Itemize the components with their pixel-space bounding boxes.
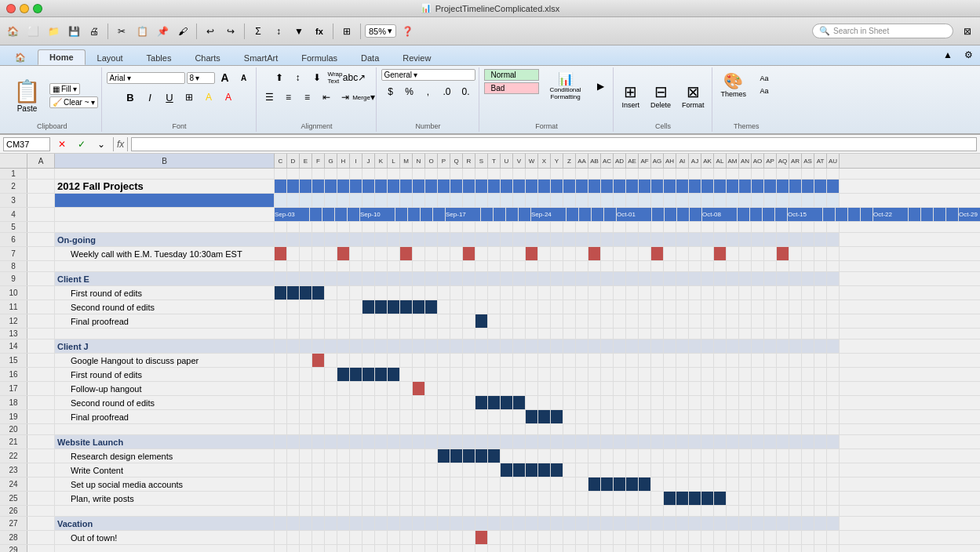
gantt-cell-AC[interactable]: [601, 396, 614, 409]
gantt-cell-R[interactable]: [463, 368, 475, 381]
gantt-cell-F[interactable]: [335, 208, 348, 221]
gantt-cell-G[interactable]: [325, 222, 337, 232]
gantt-cell-Z[interactable]: [563, 169, 576, 179]
gantt-cell-I[interactable]: [350, 180, 362, 193]
gantt-cell-R[interactable]: [463, 478, 475, 491]
gantt-cell-AD[interactable]: [614, 286, 626, 300]
gantt-cell-AU[interactable]: [827, 410, 840, 423]
gantt-cell-AQ[interactable]: [777, 247, 789, 260]
gantt-cell-AD[interactable]: [614, 531, 626, 544]
gantt-cell-J[interactable]: [362, 449, 375, 463]
gantt-cell-AG[interactable]: [651, 424, 664, 434]
gantt-cell-AB[interactable]: [588, 247, 601, 260]
gantt-cell-L[interactable]: [388, 286, 400, 300]
gantt-cell-AA[interactable]: [576, 492, 588, 505]
gantt-cell-AO[interactable]: [752, 435, 764, 448]
gantt-cell-F[interactable]: [312, 180, 325, 193]
gantt-cell-R[interactable]: [463, 506, 475, 516]
gantt-cell-V[interactable]: [513, 435, 526, 448]
align-bottom-btn[interactable]: ⬇: [308, 69, 326, 86]
gantt-cell-AE[interactable]: [626, 478, 639, 491]
gantt-cell-H[interactable]: [337, 340, 350, 353]
gantt-cell-Z[interactable]: [563, 410, 576, 423]
col-header-ai[interactable]: AI: [676, 154, 689, 168]
gantt-cell-F[interactable]: [312, 424, 325, 434]
gantt-cell-AD[interactable]: [614, 169, 626, 179]
gantt-cell-AN[interactable]: [739, 396, 752, 409]
cell-b[interactable]: Website Launch: [55, 435, 275, 448]
close-btn[interactable]: [6, 4, 16, 13]
gantt-cell-I[interactable]: [350, 194, 362, 207]
gantt-cell-AQ[interactable]: [777, 222, 789, 232]
gantt-cell-AE[interactable]: [626, 382, 639, 395]
gantt-cell-AF[interactable]: [639, 449, 651, 463]
gantt-cell-AA[interactable]: [576, 435, 588, 448]
gantt-cell-AN[interactable]: [739, 329, 752, 339]
gantt-cell-AJ[interactable]: [689, 222, 701, 232]
gantt-cell-AA[interactable]: [576, 424, 588, 434]
gantt-cell-AR[interactable]: [789, 247, 802, 260]
gantt-cell-E[interactable]: [300, 261, 312, 271]
gantt-cell-G[interactable]: [325, 368, 337, 381]
format-cells-btn[interactable]: ⊠ Format: [678, 80, 709, 111]
gantt-cell-AD[interactable]: [614, 545, 626, 552]
gantt-cell-AU[interactable]: [827, 517, 840, 530]
gantt-cell-AR[interactable]: [789, 382, 802, 395]
gantt-cell-X[interactable]: [538, 233, 551, 246]
gantt-cell-Y[interactable]: [551, 517, 563, 530]
gantt-cell-H[interactable]: Sep-10: [360, 208, 395, 221]
gantt-cell-AG[interactable]: [651, 261, 664, 271]
col-header-ao[interactable]: AO: [752, 154, 764, 168]
gantt-cell-AL[interactable]: [714, 300, 727, 314]
gantt-cell-AO[interactable]: [752, 492, 764, 505]
gantt-cell-AU[interactable]: [827, 272, 840, 285]
gantt-cell-AM[interactable]: [727, 314, 739, 328]
col-header-ag[interactable]: AG: [651, 154, 664, 168]
cell-b[interactable]: First round of edits: [55, 286, 275, 300]
gantt-cell-U[interactable]: [501, 233, 513, 246]
gantt-cell-G[interactable]: [348, 208, 360, 221]
gantt-cell-AF[interactable]: [639, 194, 651, 207]
gantt-cell-Z[interactable]: [563, 382, 576, 395]
gantt-cell-N[interactable]: [413, 247, 425, 260]
gantt-cell-N[interactable]: [413, 286, 425, 300]
col-header-t[interactable]: T: [488, 154, 501, 168]
gantt-cell-AQ[interactable]: [777, 506, 789, 516]
gantt-cell-K[interactable]: [375, 506, 388, 516]
gantt-cell-E[interactable]: [300, 272, 312, 285]
gantt-cell-AB[interactable]: [588, 506, 601, 516]
cell-b[interactable]: Final proofread: [55, 410, 275, 423]
gantt-cell-AF[interactable]: [639, 506, 651, 516]
gantt-cell-V[interactable]: [513, 194, 526, 207]
gantt-cell-AA[interactable]: [576, 545, 588, 552]
gantt-cell-G[interactable]: [325, 545, 337, 552]
gantt-cell-AN[interactable]: [739, 545, 752, 552]
gantt-cell-AH[interactable]: [664, 300, 676, 314]
gantt-cell-M[interactable]: [400, 261, 413, 271]
gantt-cell-AF[interactable]: [639, 340, 651, 353]
gantt-cell-AE[interactable]: [626, 194, 639, 207]
gantt-cell-AG[interactable]: [651, 314, 664, 328]
gantt-cell-AO[interactable]: [752, 410, 764, 423]
gantt-cell-D[interactable]: [287, 180, 300, 193]
gantt-cell-AI[interactable]: [676, 410, 689, 423]
gantt-cell-AN[interactable]: [739, 314, 752, 328]
gantt-cell-AT[interactable]: [814, 272, 827, 285]
gantt-cell-D[interactable]: [287, 222, 300, 232]
gantt-cell-AU[interactable]: [827, 180, 840, 193]
gantt-cell-AO[interactable]: [752, 247, 764, 260]
gantt-cell-W[interactable]: [526, 478, 538, 491]
gantt-cell-AF[interactable]: [639, 286, 651, 300]
gantt-cell-AS[interactable]: [802, 531, 814, 544]
gantt-cell-AG[interactable]: Oct-15: [788, 208, 823, 221]
gantt-cell-Q[interactable]: [450, 354, 463, 367]
formula-input[interactable]: [131, 137, 977, 151]
cell-a[interactable]: [27, 396, 55, 409]
gantt-cell-AS[interactable]: [802, 261, 814, 271]
gantt-cell-AS[interactable]: [802, 233, 814, 246]
gantt-cell-AQ[interactable]: [777, 463, 789, 477]
gantt-cell-AM[interactable]: [727, 169, 739, 179]
gantt-cell-AP[interactable]: [764, 463, 777, 477]
gantt-cell-AU[interactable]: [827, 247, 840, 260]
gantt-cell-Y[interactable]: [551, 233, 563, 246]
